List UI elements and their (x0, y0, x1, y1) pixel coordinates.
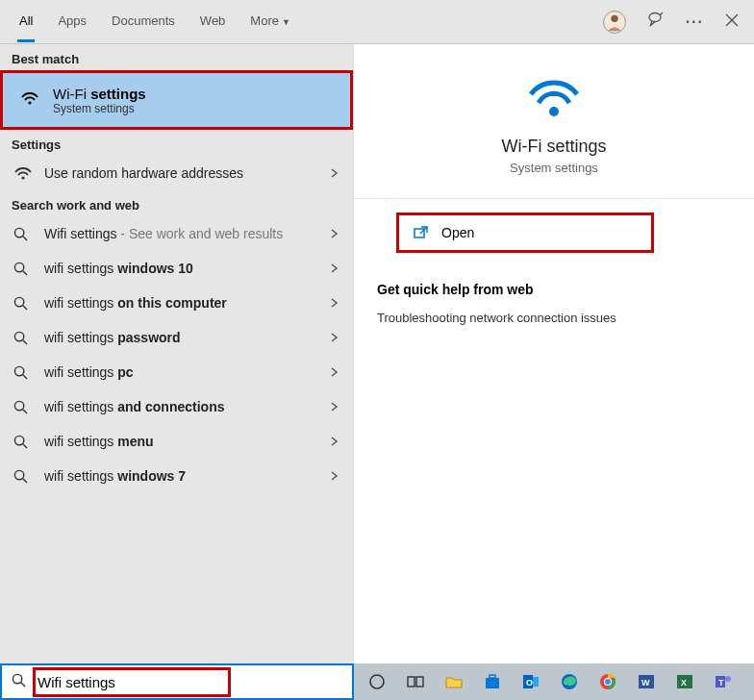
suggestion-label: wifi settings and connections (44, 399, 330, 414)
suggestion-item[interactable]: wifi settings windows 7 (0, 459, 353, 493)
svg-point-9 (649, 12, 661, 21)
best-match-subtitle: System settings (53, 102, 146, 115)
suggestion-label: wifi settings windows 10 (44, 261, 330, 276)
svg-rect-16 (533, 677, 539, 687)
detail-title: Wi-Fi settings (501, 137, 606, 157)
taskbar-excel[interactable]: X (667, 666, 702, 697)
open-label: Open (441, 225, 474, 240)
chevron-right-icon (330, 294, 339, 312)
search-icon (13, 469, 35, 484)
tab-documents[interactable]: Documents (110, 2, 177, 42)
chevron-right-icon (330, 225, 339, 242)
user-avatar[interactable] (603, 11, 626, 34)
search-icon (12, 673, 26, 691)
best-match-label: Best match (0, 44, 353, 70)
chevron-right-icon (330, 433, 339, 450)
wifi-icon (16, 88, 43, 112)
help-link[interactable]: Troubleshooting network connection issue… (377, 311, 616, 325)
svg-rect-11 (408, 677, 415, 687)
results-panel: Best match Wi-Fi settings System setting… (0, 44, 354, 663)
suggestion-label: wifi settings on this computer (44, 295, 330, 311)
taskbar-store[interactable] (475, 666, 510, 697)
taskbar-word[interactable]: W (629, 666, 664, 697)
help-header: Get quick help from web (377, 282, 534, 297)
detail-panel: Wi-Fi settings System settings Open Get … (354, 44, 754, 663)
suggestion-item[interactable]: wifi settings and connections (0, 389, 353, 424)
chevron-right-icon (330, 164, 339, 182)
open-icon (413, 225, 428, 240)
open-button[interactable]: Open (396, 212, 654, 253)
wifi-icon (13, 163, 35, 183)
search-icon (13, 296, 35, 311)
svg-point-20 (605, 679, 612, 686)
search-icon (13, 365, 35, 380)
best-match-result[interactable]: Wi-Fi settings System settings (0, 70, 353, 130)
feedback-icon[interactable] (647, 12, 665, 33)
tab-web[interactable]: Web (198, 2, 228, 42)
taskbar-teams[interactable]: T (706, 666, 741, 697)
settings-label: Settings (0, 130, 353, 156)
taskbar-edge[interactable] (552, 666, 587, 697)
search-input[interactable] (36, 665, 352, 698)
tab-all[interactable]: All (17, 2, 35, 42)
search-web-label: Search work and web (0, 190, 353, 216)
suggestion-label: wifi settings windows 7 (44, 468, 330, 484)
chevron-right-icon (330, 260, 339, 277)
suggestion-item[interactable]: wifi settings password (0, 320, 353, 355)
taskbar-task-view[interactable] (398, 666, 433, 697)
tab-apps[interactable]: Apps (56, 2, 88, 42)
search-icon (13, 435, 35, 449)
chevron-right-icon (330, 329, 339, 346)
tab-more[interactable]: More▼ (248, 2, 292, 42)
svg-text:O: O (526, 678, 533, 688)
svg-text:T: T (718, 678, 724, 688)
svg-text:W: W (641, 678, 650, 688)
svg-point-26 (725, 676, 731, 682)
suggestion-item[interactable]: Wifi settings - See work and web results (0, 216, 353, 251)
best-match-title: Wi-Fi settings (53, 86, 146, 102)
search-bar[interactable] (0, 663, 354, 700)
taskbar-outlook[interactable]: O (514, 666, 548, 697)
close-button[interactable] (725, 13, 739, 31)
settings-item[interactable]: Use random hardware addresses (0, 156, 353, 190)
chevron-right-icon (330, 363, 339, 381)
svg-point-10 (370, 675, 384, 688)
wifi-hero-icon (525, 71, 583, 123)
detail-subtitle: System settings (510, 161, 598, 175)
suggestion-label: Wifi settings - See work and web results (44, 226, 330, 241)
chevron-right-icon (330, 467, 339, 485)
taskbar-cortana[interactable] (360, 666, 394, 697)
taskbar-file-explorer[interactable] (437, 666, 471, 697)
taskbar: O W X T (354, 663, 754, 700)
chevron-right-icon (330, 398, 339, 415)
suggestion-label: wifi settings menu (44, 434, 330, 449)
svg-rect-14 (490, 675, 495, 678)
suggestion-label: wifi settings pc (44, 364, 330, 380)
search-icon (13, 400, 35, 414)
svg-rect-12 (416, 677, 423, 687)
svg-text:X: X (681, 678, 687, 688)
taskbar-chrome[interactable] (591, 666, 625, 697)
suggestion-item[interactable]: wifi settings windows 10 (0, 251, 353, 286)
tabs: All Apps Documents Web More▼ (17, 2, 603, 42)
svg-rect-13 (486, 678, 499, 688)
suggestion-item[interactable]: wifi settings on this computer (0, 286, 353, 320)
search-icon (13, 227, 35, 241)
more-options-icon[interactable]: ··· (686, 13, 704, 31)
suggestion-item[interactable]: wifi settings pc (0, 355, 353, 389)
divider (354, 198, 754, 199)
suggestion-label: wifi settings password (44, 330, 330, 345)
search-icon (13, 262, 35, 276)
settings-item-label: Use random hardware addresses (44, 165, 330, 181)
suggestion-item[interactable]: wifi settings menu (0, 424, 353, 459)
search-tabs-bar: All Apps Documents Web More▼ ··· (0, 0, 754, 44)
search-icon (13, 331, 35, 345)
caret-down-icon: ▼ (282, 17, 290, 27)
